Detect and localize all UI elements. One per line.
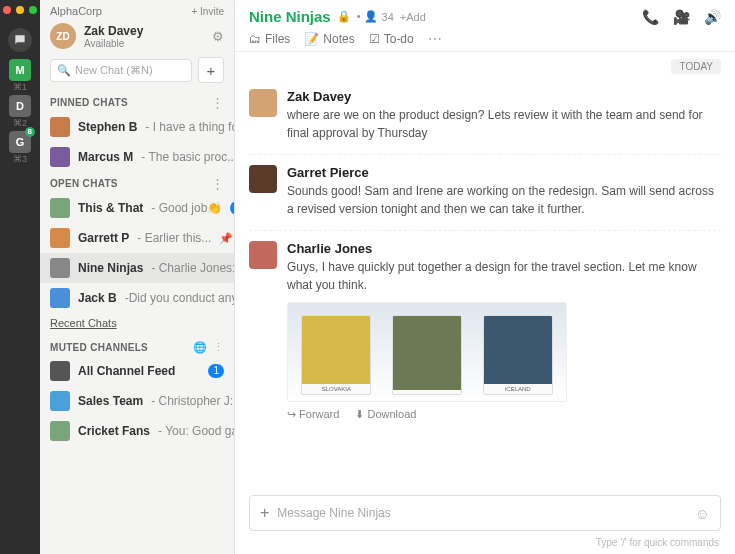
unread-badge: 1 [208,364,224,378]
workspace-shortcut: ⌘2 [13,118,27,128]
globe-icon[interactable]: 🌐 [193,341,207,354]
chat-avatar [50,258,70,278]
volume-icon[interactable]: 🔊 [704,9,721,25]
attachment-card: ICELAND [483,315,553,395]
tab-notes[interactable]: 📝 Notes [304,32,354,46]
phone-icon[interactable]: 📞 [642,9,659,25]
forward-button[interactable]: ↪ Forward [287,408,339,421]
maximize-window-icon[interactable] [29,6,37,14]
chat-row[interactable]: This & That - Good job👏8 [40,193,234,223]
message-text: Guys, I have quickly put together a desi… [287,258,721,294]
search-placeholder: New Chat (⌘N) [75,64,153,77]
chat-avatar [50,391,70,411]
header-more-icon[interactable]: ⋯ [428,31,442,47]
open-chats-header: OPEN CHATS [50,178,118,189]
attach-icon[interactable]: + [260,504,269,522]
workspace-badge: G8 [9,131,31,153]
chat-title: Cricket Fans [78,424,150,438]
chat-preview: - Good job👏 [151,201,222,215]
workspace-switcher[interactable]: D⌘2 [9,95,31,128]
attachment-preview[interactable]: SLOVAKIAICELAND [287,302,567,402]
chat-title: Stephen B [78,120,137,134]
message-author: Garret Pierce [287,165,721,180]
message-composer[interactable]: + Message Nine Ninjas ☺ [249,495,721,531]
chat-preview: - I have a thing for [145,120,234,134]
message-avatar [249,241,277,269]
recent-chats-link[interactable]: Recent Chats [40,313,234,337]
chat-avatar [50,228,70,248]
workspace-shortcut: ⌘3 [13,154,27,164]
chat-avatar [50,421,70,441]
muted-more-icon[interactable]: ⋮ [213,341,224,354]
chat-row[interactable]: Garrett P - Earlier this...📌× [40,223,234,253]
unread-badge: 8 [230,201,234,215]
chat-avatar [50,147,70,167]
message-text: Sounds good! Sam and Irene are working o… [287,182,721,218]
chat-title: Garrett P [78,231,129,245]
settings-icon[interactable]: ⚙ [212,29,224,44]
workspace-switcher[interactable]: M⌘1 [9,59,31,92]
pinned-more-icon[interactable]: ⋮ [211,95,224,110]
sidebar: AlphaCorp + Invite ZD Zak Davey Availabl… [40,0,235,554]
tab-todo[interactable]: ☑ To-do [369,32,414,46]
day-separator: TODAY [671,59,721,74]
chat-row[interactable]: Marcus M - The basic proc... [40,142,234,172]
chat-avatar [50,288,70,308]
chat-row[interactable]: All Channel Feed1 [40,356,234,386]
chat-title: Nine Ninjas [78,261,143,275]
attachment-card [392,315,462,395]
message-text: where are we on the product design? Lets… [287,106,721,142]
conversation-header: Nine Ninjas 🔒 • 👤 34 +Add 📞 🎥 🔊 🗂 Files … [235,0,735,52]
window-controls[interactable] [3,4,37,14]
chat-title: Jack B [78,291,117,305]
workspace-badge: D [9,95,31,117]
download-button[interactable]: ⬇ Download [355,408,416,421]
chat-avatar [50,198,70,218]
chat-preview: - Christopher J: d.. [151,394,234,408]
tab-files[interactable]: 🗂 Files [249,32,290,46]
workspace-shortcut: ⌘1 [13,82,27,92]
user-status: Available [84,38,143,49]
pin-icon: 📌 [219,232,233,245]
composer-hint: Type '/' for quick commands [235,535,735,554]
message: Zak Daveywhere are we on the product des… [249,79,721,155]
new-chat-button[interactable]: + [198,57,224,83]
chat-preview: -Did you conduct any sur [125,291,234,305]
user-name: Zak Davey [84,24,143,38]
minimize-window-icon[interactable] [16,6,24,14]
chat-row[interactable]: Jack B -Did you conduct any sur [40,283,234,313]
video-icon[interactable]: 🎥 [673,9,690,25]
emoji-icon[interactable]: ☺ [695,505,710,522]
chat-preview: - The basic proc... [141,150,234,164]
chat-row[interactable]: Sales Team - Christopher J: d..2 [40,386,234,416]
current-user[interactable]: ZD Zak Davey Available ⚙ [40,19,234,57]
chat-row[interactable]: Stephen B - I have a thing for [40,112,234,142]
message-avatar [249,165,277,193]
conversation-pane: Nine Ninjas 🔒 • 👤 34 +Add 📞 🎥 🔊 🗂 Files … [235,0,735,554]
workspace-badge: M [9,59,31,81]
workspace-rail: M⌘1D⌘2G8⌘3 [0,0,40,554]
invite-button[interactable]: + Invite [191,6,224,17]
member-count: 34 [382,11,394,23]
chat-preview: - Earlier this... [137,231,211,245]
search-icon: 🔍 [57,64,71,77]
message-timeline: TODAY Zak Daveywhere are we on the produ… [235,52,735,495]
open-more-icon[interactable]: ⋮ [211,176,224,191]
message-author: Charlie Jones [287,241,721,256]
message-author: Zak Davey [287,89,721,104]
attachment-card: SLOVAKIA [301,315,371,395]
chat-title: Marcus M [78,150,133,164]
new-chat-search[interactable]: 🔍 New Chat (⌘N) [50,59,192,82]
chat-preview: - Charlie Jones: G... [151,261,234,275]
conversation-title[interactable]: Nine Ninjas [249,8,331,25]
unread-badge: 8 [25,127,35,137]
chat-title: This & That [78,201,143,215]
app-logo-icon[interactable] [8,28,32,52]
close-window-icon[interactable] [3,6,11,14]
composer-placeholder: Message Nine Ninjas [277,506,686,520]
workspace-switcher[interactable]: G8⌘3 [9,131,31,164]
chat-title: Sales Team [78,394,143,408]
add-members-button[interactable]: +Add [400,11,426,23]
chat-row[interactable]: Cricket Fans - You: Good game [40,416,234,446]
chat-row[interactable]: Nine Ninjas - Charlie Jones: G... [40,253,234,283]
